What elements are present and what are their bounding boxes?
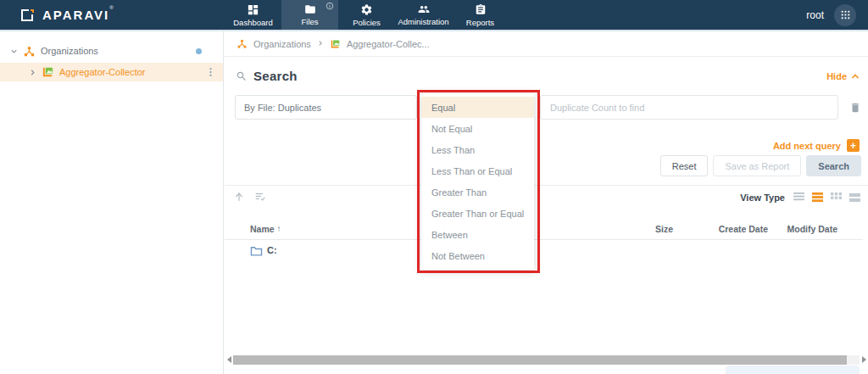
tab-label: Files	[301, 17, 318, 26]
tab-files[interactable]: Files	[281, 0, 338, 30]
search-value-input[interactable]	[540, 95, 838, 120]
sort-ascending-icon: ↑	[277, 224, 281, 233]
aparavi-logo: APARAVI®	[19, 0, 114, 30]
plus-icon[interactable]: +	[847, 139, 860, 152]
folder-icon	[250, 245, 263, 256]
tab-label: Administration	[398, 17, 448, 26]
horizontal-scrollbar	[225, 354, 868, 365]
brand-text: APARAVI	[42, 8, 109, 22]
divider	[225, 185, 868, 186]
search-field-select[interactable]: By File: Duplicates	[235, 95, 417, 120]
operator-option-equal[interactable]: Equal	[421, 97, 534, 118]
search-button[interactable]: Search	[806, 155, 861, 176]
scroll-right-icon[interactable]	[860, 354, 868, 365]
scrollbar-thumb[interactable]	[233, 355, 847, 365]
view-grid-small-icon[interactable]	[830, 192, 843, 203]
tab-administration[interactable]: Administration	[395, 0, 452, 30]
scrollbar-track[interactable]	[233, 355, 860, 365]
operator-option-greater-than-or-equal[interactable]: Greater Than or Equal	[421, 203, 534, 224]
collector-icon	[330, 39, 341, 49]
search-actions: Reset Save as Report Search	[660, 155, 861, 176]
aparavi-logo-icon	[19, 7, 36, 24]
status-dot	[196, 48, 202, 54]
results-toolbar	[233, 191, 267, 204]
rectangular-snip-toast: Rectangular Snip	[726, 366, 860, 374]
column-header-create-date[interactable]: Create Date	[717, 224, 768, 234]
operator-option-between[interactable]: Between	[421, 224, 534, 245]
upload-arrow-icon[interactable]	[233, 191, 245, 204]
operator-option-greater-than[interactable]: Greater Than	[421, 181, 534, 203]
collector-icon	[42, 66, 54, 78]
organizations-hub-icon	[23, 45, 36, 58]
tab-label: Policies	[353, 18, 381, 27]
view-tiles-icon[interactable]	[849, 192, 861, 203]
hide-search-link[interactable]: Hide	[826, 71, 860, 81]
kebab-menu-icon[interactable]	[205, 66, 216, 78]
results-table-header: Name ↑ Size Create Date Modify Date	[225, 221, 863, 240]
save-as-report-button[interactable]: Save as Report	[713, 155, 801, 176]
column-header-size[interactable]: Size	[622, 224, 673, 234]
sidebar-item-organizations[interactable]: Organizations	[0, 42, 223, 60]
column-header-name[interactable]: Name ↑	[250, 224, 281, 234]
nav-tabs: Dashboard Files Policies	[225, 0, 509, 30]
gear-icon	[360, 3, 373, 16]
operator-option-not-equal[interactable]: Not Equal	[421, 118, 534, 139]
tab-label: Dashboard	[233, 18, 272, 27]
navbar-right: root	[806, 0, 856, 30]
tab-policies[interactable]: Policies	[338, 0, 395, 30]
reset-button[interactable]: Reset	[660, 155, 709, 176]
chevron-down-icon[interactable]	[10, 47, 18, 55]
main-content: Organizations Aggregator-Collec... Searc…	[225, 31, 868, 374]
hide-label: Hide	[826, 71, 847, 81]
dashboard-icon	[247, 3, 259, 16]
trash-icon[interactable]	[849, 101, 861, 114]
tree-item-label: Organizations	[41, 46, 98, 56]
select-list-icon[interactable]	[253, 191, 267, 204]
breadcrumb-item-collector[interactable]: Aggregator-Collec...	[347, 39, 430, 49]
brand-name: APARAVI®	[42, 8, 114, 23]
top-navbar: APARAVI® Dashboard Files	[0, 0, 868, 31]
column-header-modify-date[interactable]: Modify Date	[778, 224, 837, 234]
view-type-label: View Type	[740, 193, 785, 203]
tab-dashboard[interactable]: Dashboard	[225, 0, 281, 30]
tab-label: Reports	[466, 18, 494, 27]
tab-reports[interactable]: Reports	[452, 0, 509, 30]
chevron-up-icon	[851, 73, 860, 80]
chevron-right-icon[interactable]	[29, 69, 36, 76]
scroll-left-icon[interactable]	[225, 354, 233, 365]
add-next-query-label: Add next query	[773, 141, 841, 151]
add-next-query[interactable]: Add next query +	[773, 139, 860, 152]
view-detail-icon-active[interactable]	[811, 192, 824, 203]
organizations-hub-icon	[236, 38, 248, 49]
people-icon	[417, 3, 431, 15]
brand-reg-mark: ®	[109, 5, 113, 10]
user-name: root	[806, 9, 824, 21]
operator-option-not-between[interactable]: Not Between	[421, 245, 534, 266]
apps-grid-button[interactable]	[834, 4, 856, 26]
sidebar-item-aggregator-collector[interactable]: Aggregator-Collector	[0, 63, 223, 81]
apps-grid-icon	[840, 9, 851, 20]
search-field-value: By File: Duplicates	[244, 103, 321, 113]
operator-option-less-than-or-equal[interactable]: Less Than or Equal	[421, 160, 534, 181]
row-name: C:	[267, 245, 277, 255]
operator-option-less-than[interactable]: Less Than	[421, 139, 534, 160]
table-row[interactable]: C:	[225, 243, 863, 260]
breadcrumb: Organizations Aggregator-Collec...	[225, 31, 868, 57]
operator-dropdown: Equal Not Equal Less Than Less Than or E…	[421, 93, 534, 270]
breadcrumb-item-organizations[interactable]: Organizations	[253, 39, 311, 49]
view-type-switcher: View Type	[740, 192, 861, 203]
folder-icon	[303, 3, 317, 15]
sidebar: Organizations Aggregator-Collector	[0, 31, 224, 374]
search-icon	[236, 70, 248, 82]
breadcrumb-separator-icon	[317, 39, 324, 48]
info-icon[interactable]	[326, 2, 334, 10]
search-section-header: Search	[236, 69, 298, 83]
tree-item-label: Aggregator-Collector	[59, 67, 146, 77]
clipboard-icon	[475, 3, 487, 16]
aparavi-app: APARAVI® Dashboard Files	[0, 0, 868, 374]
view-list-icon[interactable]	[793, 192, 805, 203]
search-title: Search	[253, 69, 298, 83]
